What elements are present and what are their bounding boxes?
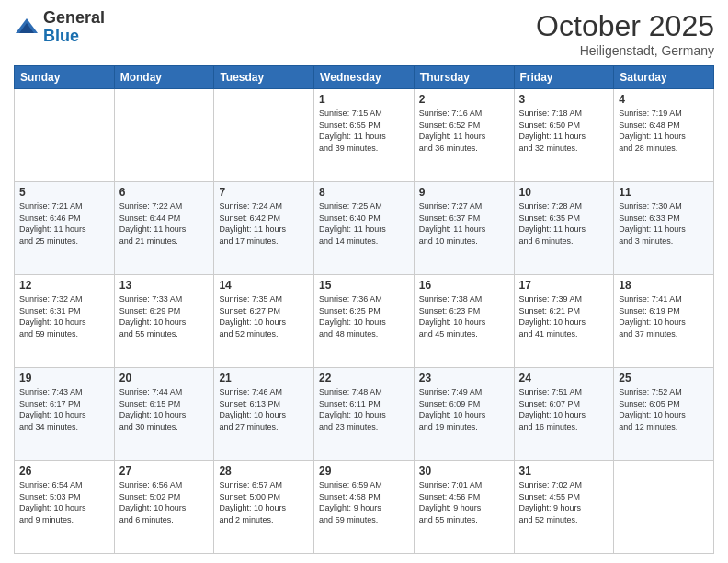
calendar-day-cell: 29Sunrise: 6:59 AM Sunset: 4:58 PM Dayli… [314, 461, 415, 554]
day-number: 19 [19, 372, 109, 385]
logo-icon [14, 15, 40, 40]
calendar-day-cell: 31Sunrise: 7:02 AM Sunset: 4:55 PM Dayli… [514, 461, 614, 554]
calendar-day-cell: 26Sunrise: 6:54 AM Sunset: 5:03 PM Dayli… [15, 461, 115, 554]
day-number: 17 [519, 279, 609, 292]
calendar-day-cell: 3Sunrise: 7:18 AM Sunset: 6:50 PM Daylig… [514, 89, 614, 182]
day-number: 22 [319, 372, 409, 385]
day-number: 11 [619, 186, 709, 199]
calendar-day-cell [614, 461, 714, 554]
calendar-week-row: 1Sunrise: 7:15 AM Sunset: 6:55 PM Daylig… [15, 89, 714, 182]
calendar-day-header: Friday [514, 66, 614, 89]
day-number: 10 [519, 186, 609, 199]
header: General Blue October 2025 Heiligenstadt,… [14, 9, 714, 58]
day-number: 31 [519, 465, 609, 477]
calendar-day-cell: 7Sunrise: 7:24 AM Sunset: 6:42 PM Daylig… [214, 182, 314, 275]
day-info: Sunrise: 7:02 AM Sunset: 4:55 PM Dayligh… [519, 479, 609, 525]
calendar-day-cell: 2Sunrise: 7:16 AM Sunset: 6:52 PM Daylig… [414, 89, 514, 182]
day-number: 3 [519, 93, 609, 106]
calendar-day-cell: 20Sunrise: 7:44 AM Sunset: 6:15 PM Dayli… [114, 368, 214, 461]
calendar-day-header: Monday [114, 66, 214, 89]
calendar-day-cell: 4Sunrise: 7:19 AM Sunset: 6:48 PM Daylig… [614, 89, 714, 182]
day-info: Sunrise: 7:19 AM Sunset: 6:48 PM Dayligh… [619, 108, 709, 154]
day-info: Sunrise: 7:38 AM Sunset: 6:23 PM Dayligh… [419, 293, 509, 339]
day-info: Sunrise: 7:30 AM Sunset: 6:33 PM Dayligh… [619, 201, 709, 247]
calendar-day-header: Tuesday [214, 66, 314, 89]
calendar-day-cell: 18Sunrise: 7:41 AM Sunset: 6:19 PM Dayli… [614, 275, 714, 368]
day-number: 29 [319, 465, 409, 477]
day-info: Sunrise: 7:21 AM Sunset: 6:46 PM Dayligh… [19, 201, 109, 247]
day-number: 21 [219, 372, 309, 385]
calendar-day-cell: 17Sunrise: 7:39 AM Sunset: 6:21 PM Dayli… [514, 275, 614, 368]
calendar-day-cell: 22Sunrise: 7:48 AM Sunset: 6:11 PM Dayli… [314, 368, 415, 461]
day-info: Sunrise: 6:54 AM Sunset: 5:03 PM Dayligh… [19, 479, 109, 525]
day-number: 8 [319, 186, 409, 199]
day-info: Sunrise: 7:36 AM Sunset: 6:25 PM Dayligh… [319, 293, 409, 339]
day-info: Sunrise: 7:43 AM Sunset: 6:17 PM Dayligh… [19, 386, 109, 432]
day-number: 5 [19, 186, 109, 199]
day-info: Sunrise: 6:56 AM Sunset: 5:02 PM Dayligh… [119, 479, 210, 525]
calendar-day-cell: 14Sunrise: 7:35 AM Sunset: 6:27 PM Dayli… [214, 275, 314, 368]
day-info: Sunrise: 7:22 AM Sunset: 6:44 PM Dayligh… [119, 201, 210, 247]
day-info: Sunrise: 7:15 AM Sunset: 6:55 PM Dayligh… [319, 108, 409, 154]
day-number: 20 [119, 372, 210, 385]
calendar-day-cell: 23Sunrise: 7:49 AM Sunset: 6:09 PM Dayli… [414, 368, 514, 461]
calendar-day-cell: 11Sunrise: 7:30 AM Sunset: 6:33 PM Dayli… [614, 182, 714, 275]
calendar-week-row: 12Sunrise: 7:32 AM Sunset: 6:31 PM Dayli… [15, 275, 714, 368]
calendar-day-cell: 28Sunrise: 6:57 AM Sunset: 5:00 PM Dayli… [214, 461, 314, 554]
day-info: Sunrise: 7:41 AM Sunset: 6:19 PM Dayligh… [619, 293, 709, 339]
day-info: Sunrise: 7:39 AM Sunset: 6:21 PM Dayligh… [519, 293, 609, 339]
day-info: Sunrise: 7:32 AM Sunset: 6:31 PM Dayligh… [19, 293, 109, 339]
calendar-week-row: 26Sunrise: 6:54 AM Sunset: 5:03 PM Dayli… [15, 461, 714, 554]
calendar-day-cell [114, 89, 214, 182]
calendar-day-cell: 8Sunrise: 7:25 AM Sunset: 6:40 PM Daylig… [314, 182, 415, 275]
day-number: 6 [119, 186, 210, 199]
day-info: Sunrise: 7:44 AM Sunset: 6:15 PM Dayligh… [119, 386, 210, 432]
day-info: Sunrise: 7:24 AM Sunset: 6:42 PM Dayligh… [219, 201, 309, 247]
calendar-title: October 2025 [536, 9, 714, 43]
day-number: 15 [319, 279, 409, 292]
day-number: 23 [419, 372, 509, 385]
day-number: 27 [119, 465, 210, 477]
day-number: 26 [19, 465, 109, 477]
day-number: 30 [419, 465, 509, 477]
title-block: October 2025 Heiligenstadt, Germany [536, 9, 714, 58]
day-number: 24 [519, 372, 609, 385]
calendar-day-cell [15, 89, 115, 182]
day-info: Sunrise: 7:28 AM Sunset: 6:35 PM Dayligh… [519, 201, 609, 247]
day-info: Sunrise: 7:27 AM Sunset: 6:37 PM Dayligh… [419, 201, 509, 247]
calendar-day-cell: 25Sunrise: 7:52 AM Sunset: 6:05 PM Dayli… [614, 368, 714, 461]
calendar-day-cell [214, 89, 314, 182]
day-number: 18 [619, 279, 709, 292]
calendar-week-row: 19Sunrise: 7:43 AM Sunset: 6:17 PM Dayli… [15, 368, 714, 461]
calendar-day-cell: 19Sunrise: 7:43 AM Sunset: 6:17 PM Dayli… [15, 368, 115, 461]
calendar-day-cell: 5Sunrise: 7:21 AM Sunset: 6:46 PM Daylig… [15, 182, 115, 275]
day-number: 1 [319, 93, 409, 106]
day-number: 25 [619, 372, 709, 385]
calendar-day-cell: 21Sunrise: 7:46 AM Sunset: 6:13 PM Dayli… [214, 368, 314, 461]
day-info: Sunrise: 7:51 AM Sunset: 6:07 PM Dayligh… [519, 386, 609, 432]
calendar-table: SundayMondayTuesdayWednesdayThursdayFrid… [14, 65, 714, 554]
day-number: 13 [119, 279, 210, 292]
day-info: Sunrise: 7:25 AM Sunset: 6:40 PM Dayligh… [319, 201, 409, 247]
day-number: 9 [419, 186, 509, 199]
calendar-day-header: Thursday [414, 66, 514, 89]
day-number: 14 [219, 279, 309, 292]
day-info: Sunrise: 7:01 AM Sunset: 4:56 PM Dayligh… [419, 479, 509, 525]
day-info: Sunrise: 7:52 AM Sunset: 6:05 PM Dayligh… [619, 386, 709, 432]
day-info: Sunrise: 7:18 AM Sunset: 6:50 PM Dayligh… [519, 108, 609, 154]
calendar-day-header: Wednesday [314, 66, 415, 89]
calendar-day-cell: 6Sunrise: 7:22 AM Sunset: 6:44 PM Daylig… [114, 182, 214, 275]
day-number: 2 [419, 93, 509, 106]
calendar-day-cell: 30Sunrise: 7:01 AM Sunset: 4:56 PM Dayli… [414, 461, 514, 554]
calendar-day-cell: 24Sunrise: 7:51 AM Sunset: 6:07 PM Dayli… [514, 368, 614, 461]
day-info: Sunrise: 7:49 AM Sunset: 6:09 PM Dayligh… [419, 386, 509, 432]
calendar-day-header: Sunday [15, 66, 115, 89]
calendar-day-cell: 12Sunrise: 7:32 AM Sunset: 6:31 PM Dayli… [15, 275, 115, 368]
calendar-day-cell: 13Sunrise: 7:33 AM Sunset: 6:29 PM Dayli… [114, 275, 214, 368]
calendar-header-row: SundayMondayTuesdayWednesdayThursdayFrid… [15, 66, 714, 89]
day-info: Sunrise: 7:35 AM Sunset: 6:27 PM Dayligh… [219, 293, 309, 339]
calendar-day-cell: 10Sunrise: 7:28 AM Sunset: 6:35 PM Dayli… [514, 182, 614, 275]
day-info: Sunrise: 6:59 AM Sunset: 4:58 PM Dayligh… [319, 479, 409, 525]
logo-general: General [43, 8, 105, 27]
day-info: Sunrise: 7:46 AM Sunset: 6:13 PM Dayligh… [219, 386, 309, 432]
